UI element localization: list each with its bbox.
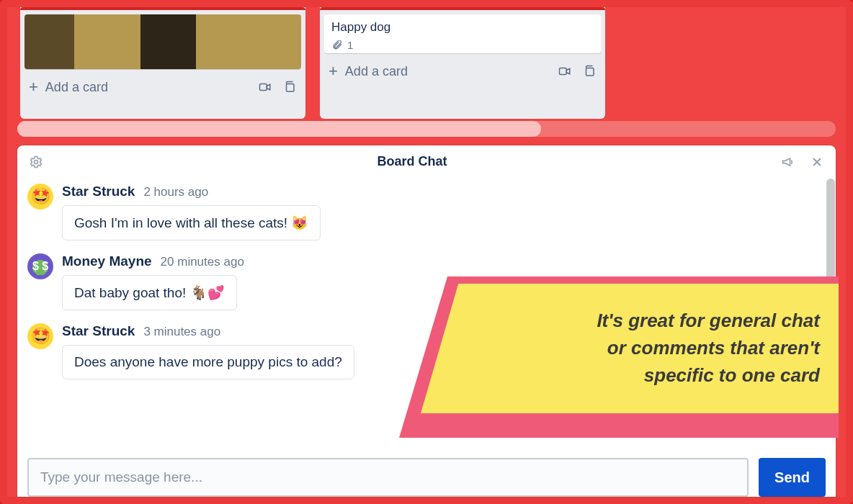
message-bubble: Does anyone have more puppy pics to add? <box>62 345 354 379</box>
chat-title: Board Chat <box>43 154 781 169</box>
list: Happy dog 1 + Add a card <box>320 7 605 119</box>
chat-message: 🤩 Star Struck 2 hours ago Gosh I'm in lo… <box>27 184 826 240</box>
message-author: Star Struck <box>62 323 135 339</box>
message-input[interactable]: Type your message here... <box>27 458 749 497</box>
list-footer-icons <box>558 65 597 78</box>
message-bubble: Dat baby goat tho! 🐐💕 <box>62 275 237 310</box>
plus-icon: + <box>329 63 338 79</box>
attachment-count: 1 <box>347 40 353 51</box>
megaphone-icon[interactable] <box>781 155 795 169</box>
message-input-placeholder: Type your message here... <box>40 469 202 485</box>
app-frame: + Add a card Happy dog <box>0 0 853 504</box>
attachment-icon <box>331 40 343 50</box>
message-time: 3 minutes ago <box>143 325 220 339</box>
svg-rect-1 <box>287 84 295 92</box>
settings-gear-icon[interactable] <box>29 155 43 169</box>
svg-rect-2 <box>560 68 567 75</box>
svg-rect-0 <box>260 84 267 91</box>
vertical-scrollbar[interactable] <box>826 179 836 442</box>
close-icon[interactable] <box>810 155 824 169</box>
list-footer: + Add a card <box>24 73 301 98</box>
template-icon[interactable] <box>582 65 597 78</box>
horizontal-scrollbar-thumb[interactable] <box>17 121 541 137</box>
video-icon[interactable] <box>258 81 272 94</box>
card-title: Happy dog <box>324 14 601 40</box>
horizontal-scrollbar[interactable] <box>17 121 836 137</box>
video-icon[interactable] <box>558 65 572 78</box>
card-badges: 1 <box>324 40 601 53</box>
chat-messages: 🤩 Star Struck 2 hours ago Gosh I'm in lo… <box>17 175 836 379</box>
list-footer-icons <box>258 81 297 94</box>
svg-rect-3 <box>586 68 594 76</box>
chat-message: 🤩 Star Struck 3 minutes ago Does anyone … <box>27 323 826 379</box>
list-accent-bar <box>20 7 305 10</box>
chat-header: Board Chat <box>17 145 836 175</box>
board-lists: + Add a card Happy dog <box>14 7 839 119</box>
plus-icon: + <box>29 79 38 95</box>
chat-composer: Type your message here... Send <box>27 451 826 497</box>
board-chat-panel: Board Chat 🤩 Star Struck 2 hours ago <box>17 145 836 497</box>
card[interactable]: Happy dog 1 <box>324 14 601 53</box>
vertical-scrollbar-thumb[interactable] <box>826 179 835 347</box>
message-author: Money Mayne <box>62 253 152 269</box>
message-author: Star Struck <box>62 184 135 199</box>
list: + Add a card <box>20 7 305 119</box>
message-time: 20 minutes ago <box>161 255 244 269</box>
avatar: 🤩 <box>27 184 53 210</box>
add-card-label: Add a card <box>345 64 408 79</box>
avatar: 🤩 <box>27 323 53 349</box>
list-accent-bar <box>320 7 605 10</box>
message-time: 2 hours ago <box>143 185 208 199</box>
card-cover-image <box>24 14 301 69</box>
svg-point-4 <box>35 160 38 163</box>
add-card-button[interactable]: + Add a card <box>329 63 408 79</box>
card[interactable] <box>24 14 301 69</box>
avatar: $ $ <box>27 253 53 279</box>
chat-message: $ $ Money Mayne 20 minutes ago Dat baby … <box>27 253 826 310</box>
add-card-label: Add a card <box>45 80 108 95</box>
message-bubble: Gosh I'm in love with all these cats! 😻 <box>62 205 321 240</box>
send-button[interactable]: Send <box>759 458 826 497</box>
add-card-button[interactable]: + Add a card <box>29 79 108 95</box>
list-footer: + Add a card <box>324 58 601 82</box>
template-icon[interactable] <box>282 81 297 94</box>
